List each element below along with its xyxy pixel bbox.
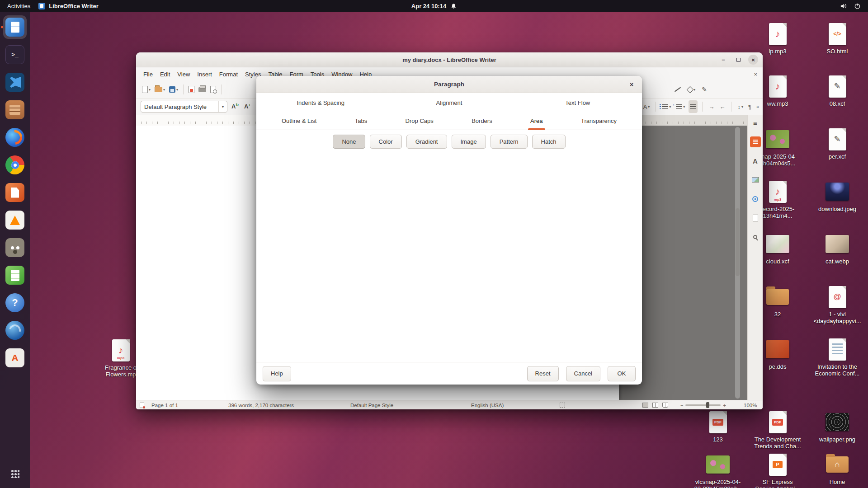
desktop-icon-so-html[interactable]: SO.html	[811, 22, 863, 55]
desktop-icon-download-jpeg[interactable]: download.jpeg	[811, 180, 863, 212]
show-draw-functions-button[interactable]: ✎	[700, 83, 708, 96]
tab-indents-spacing[interactable]: Indents & Spacing	[256, 93, 385, 112]
insert-line-button[interactable]	[673, 83, 683, 96]
desktop-icon-wallpaper-png[interactable]: wallpaper.png	[811, 410, 863, 443]
page-number-status[interactable]: Page 1 of 1	[151, 400, 178, 409]
tab-text-flow[interactable]: Text Flow	[514, 93, 642, 112]
fill-color-button[interactable]: Color	[370, 135, 402, 149]
new-style-button[interactable]: A+	[243, 100, 252, 113]
dock-item-terminal[interactable]	[3, 43, 27, 66]
language-status[interactable]: English (USA)	[471, 400, 504, 409]
desktop-icon-08-xcf[interactable]: 08.xcf	[811, 75, 863, 107]
dock-item-firefox[interactable]	[3, 126, 27, 149]
no-list-button[interactable]	[689, 100, 698, 113]
focused-app-menu[interactable]: LibreOffice Writer	[38, 3, 99, 9]
tab-borders[interactable]: Borders	[467, 112, 497, 130]
decrease-indent-button[interactable]: ←	[718, 100, 726, 113]
vertical-scrollbar[interactable]	[735, 127, 740, 399]
show-applications-button[interactable]	[3, 462, 27, 485]
dialog-titlebar[interactable]: Paragraph ×	[256, 76, 642, 93]
dock-item-vlc[interactable]	[3, 208, 27, 232]
update-style-button[interactable]: A↻	[230, 100, 240, 113]
sidebar-styles-icon[interactable]: A	[750, 155, 761, 166]
formatting-marks-button[interactable]: ¶	[747, 100, 753, 113]
unsaved-changes-indicator[interactable]	[140, 400, 144, 409]
fill-hatch-button[interactable]: Hatch	[532, 135, 566, 149]
sidebar-inspector-icon[interactable]	[750, 231, 761, 242]
reset-button[interactable]: Reset	[527, 366, 559, 381]
zoom-in-icon[interactable]: +	[723, 403, 726, 408]
ordered-list-button[interactable]: ▾	[675, 100, 686, 113]
dock-item-gimp[interactable]	[3, 236, 27, 259]
open-button[interactable]: ▾	[153, 83, 166, 96]
sidebar-gallery-icon[interactable]	[750, 174, 761, 185]
increase-indent-button[interactable]: →	[707, 100, 716, 113]
zoom-thumb[interactable]	[706, 402, 709, 408]
maximize-button[interactable]	[733, 55, 743, 65]
zoom-level[interactable]: 100%	[744, 400, 757, 409]
combo-dropdown-icon[interactable]: ▾	[218, 101, 227, 112]
multi-page-view-icon[interactable]	[652, 403, 658, 408]
dock-item-libreoffice[interactable]	[3, 181, 27, 204]
tab-area[interactable]: Area	[526, 112, 547, 130]
sidebar-settings-icon[interactable]: ≡	[750, 117, 761, 128]
desktop-icon-development-pdf[interactable]: The Development Trends and Cha...	[751, 410, 804, 450]
scrollbar-thumb[interactable]	[736, 208, 740, 276]
word-count-status[interactable]: 396 words, 2,170 characters	[228, 400, 294, 409]
sidebar-properties-icon[interactable]	[750, 136, 761, 147]
desktop-icon-per-xcf[interactable]: per.xcf	[811, 127, 863, 160]
sidebar-page-icon[interactable]	[750, 212, 761, 223]
close-document-icon[interactable]: ×	[754, 71, 757, 78]
dock-item-ubuntu-software[interactable]	[3, 346, 27, 370]
fill-gradient-button[interactable]: Gradient	[406, 135, 447, 149]
paragraph-style-selector[interactable]: Default Paragraph Style ▾	[141, 101, 227, 113]
desktop-icon-vivi[interactable]: 1 - vivi <daydayhappyvi...	[811, 285, 863, 325]
tab-tabs[interactable]: Tabs	[350, 112, 372, 130]
desktop-icon-cat-webp[interactable]: cat.webp	[811, 232, 863, 265]
line-spacing-button[interactable]: ↕▾	[736, 100, 745, 113]
desktop-icon-home[interactable]: Home	[811, 453, 863, 485]
export-pdf-button[interactable]	[187, 83, 196, 96]
ok-button[interactable]: OK	[608, 366, 636, 381]
menu-insert[interactable]: Insert	[193, 69, 216, 80]
unordered-list-button[interactable]: ▾	[660, 100, 672, 113]
clock-menu[interactable]: Apr 24 10:14	[411, 3, 457, 9]
print-preview-button[interactable]	[209, 83, 217, 96]
book-view-icon[interactable]	[662, 403, 668, 408]
fill-none-button[interactable]: None	[333, 135, 365, 149]
dock-item-libreoffice-calc[interactable]	[3, 263, 27, 287]
desktop-icon-sf-express[interactable]: SF Express Service Analysi...	[751, 453, 804, 488]
close-button[interactable]: ×	[748, 55, 758, 65]
cancel-button[interactable]: Cancel	[566, 366, 600, 381]
menu-format[interactable]: Format	[216, 69, 241, 80]
tab-alignment[interactable]: Alignment	[385, 93, 513, 112]
highlight-color-button[interactable]: A▾	[642, 100, 651, 113]
menu-view[interactable]: View	[174, 69, 193, 80]
page-style-status[interactable]: Default Page Style	[350, 400, 393, 409]
dock-item-vscode[interactable]	[3, 70, 27, 94]
fill-pattern-button[interactable]: Pattern	[491, 135, 528, 149]
menu-file[interactable]: File	[140, 69, 156, 80]
activities-button[interactable]: Activities	[7, 3, 30, 9]
desktop-icon-vlcsnap[interactable]: vlcsnap-2025-04-22-09h45m20s3...	[692, 453, 744, 488]
print-button[interactable]	[197, 83, 208, 96]
zoom-track[interactable]	[685, 404, 721, 406]
dock-item-help[interactable]	[3, 291, 27, 314]
dialog-close-button[interactable]: ×	[627, 80, 637, 89]
dock-item-chrome[interactable]	[3, 153, 27, 177]
desktop-icon-invitation[interactable]: Invitation to the Economic Conf...	[811, 338, 863, 377]
selection-mode-status[interactable]	[560, 400, 565, 409]
menu-edit[interactable]: Edit	[156, 69, 174, 80]
system-status-menu[interactable]	[840, 3, 868, 9]
new-document-button[interactable]: ▾	[141, 83, 152, 96]
basic-shapes-button[interactable]: ▾	[686, 83, 697, 96]
dock-item-files[interactable]	[3, 98, 27, 122]
window-titlebar[interactable]: my diary.docx - LibreOffice Writer − ×	[136, 52, 763, 67]
dock-item-browser[interactable]	[3, 319, 27, 342]
tab-transparency[interactable]: Transparency	[576, 112, 621, 130]
minimize-button[interactable]: −	[718, 55, 728, 65]
single-page-view-icon[interactable]	[642, 403, 648, 408]
desktop-icon-lp-mp3[interactable]: lp.mp3	[751, 22, 804, 55]
sidebar-navigator-icon[interactable]	[750, 193, 761, 204]
save-button[interactable]: ▾	[168, 83, 179, 96]
